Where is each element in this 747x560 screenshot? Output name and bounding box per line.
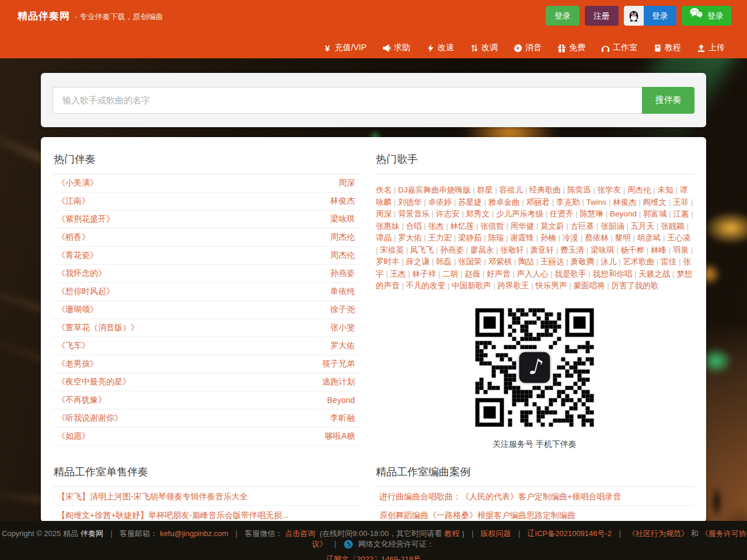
singer-link[interactable]: 胡彦斌: [637, 233, 661, 242]
song-artist-link[interactable]: 孙燕姿: [330, 268, 355, 279]
singer-link[interactable]: 谢霆锋: [511, 233, 535, 242]
song-title-link[interactable]: 《听我说谢谢你》: [57, 413, 123, 424]
singer-link[interactable]: 佚名: [376, 186, 392, 194]
nav-upload[interactable]: 上传: [697, 43, 725, 53]
song-title-link[interactable]: 《青花瓷》: [57, 250, 98, 261]
singer-link[interactable]: 王心凌: [667, 233, 691, 242]
song-title-link[interactable]: 《稻香》: [57, 232, 90, 243]
register-button[interactable]: 注册: [585, 6, 619, 26]
login-button[interactable]: 登录: [546, 6, 580, 26]
singer-link[interactable]: 经典歌曲: [529, 186, 561, 194]
singer-link[interactable]: 雅卓金曲: [488, 198, 520, 206]
singer-link[interactable]: 梁静茹: [458, 233, 482, 242]
nav-free[interactable]: 免费: [557, 43, 585, 53]
tutorial-link[interactable]: 教程: [444, 529, 459, 538]
song-artist-link[interactable]: 罗大佑: [330, 341, 355, 351]
singer-link[interactable]: 容祖儿: [500, 186, 523, 194]
culture-license-number-link[interactable]: 辽网文〔2022〕1469-218号: [326, 555, 421, 560]
singer-link[interactable]: 林子祥: [413, 270, 437, 278]
singer-link[interactable]: 我是歌手: [555, 270, 587, 278]
song-artist-link[interactable]: 筷子兄弟: [322, 359, 355, 369]
copyright-issue-link[interactable]: 版权问题: [481, 529, 511, 538]
singer-link[interactable]: 罗时丰: [376, 257, 400, 266]
singer-link[interactable]: 五月天: [631, 222, 655, 230]
singer-link[interactable]: 郑秀文: [466, 209, 490, 218]
singer-link[interactable]: 张惠妹: [376, 222, 400, 230]
song-title-link[interactable]: 《老男孩》: [57, 359, 98, 369]
singer-link[interactable]: 雷佳: [661, 257, 676, 266]
singer-link[interactable]: 杨千桦: [620, 246, 644, 254]
song-artist-link[interactable]: 徐子尧: [330, 304, 355, 315]
singer-link[interactable]: 跨界歌王: [498, 281, 529, 290]
song-artist-link[interactable]: 哆啦A糖: [325, 431, 355, 442]
singer-link[interactable]: 莫文蔚: [540, 222, 564, 230]
song-artist-link[interactable]: Beyond: [327, 396, 355, 405]
singer-link[interactable]: 林俊杰: [613, 198, 637, 206]
singer-link[interactable]: 林峰: [651, 246, 666, 254]
singer-link[interactable]: 苏星婕: [458, 198, 482, 206]
song-title-link[interactable]: 《夜空中最亮的星》: [57, 377, 131, 387]
singer-link[interactable]: 蔡依林: [585, 233, 609, 242]
singer-link[interactable]: 薛之谦: [406, 257, 430, 266]
icp-license-link[interactable]: 辽ICP备2021009146号-2: [528, 529, 612, 538]
wechat-consult-link[interactable]: 点击咨询: [285, 529, 315, 538]
singer-link[interactable]: 未知: [658, 186, 673, 194]
nav-key-change[interactable]: 改调: [470, 43, 498, 53]
qq-login-button[interactable]: 登录: [624, 6, 676, 26]
singer-link[interactable]: 声入人心: [517, 270, 549, 278]
song-title-link[interactable]: 《小美满》: [57, 178, 98, 188]
singer-link[interactable]: 厉害了我的歌: [612, 281, 659, 290]
song-title-link[interactable]: 《如愿》: [57, 431, 90, 442]
singer-link[interactable]: 我想和你唱: [593, 270, 633, 278]
song-title-link[interactable]: 《我怀念的》: [57, 268, 106, 279]
singer-link[interactable]: 林忆莲: [451, 222, 474, 230]
singer-link[interactable]: 张国荣: [458, 257, 482, 266]
singer-link[interactable]: 阎维文: [643, 198, 667, 206]
singer-link[interactable]: 群星: [477, 186, 493, 194]
singer-link[interactable]: 合唱: [406, 222, 422, 230]
singer-link[interactable]: 陈慧琳: [580, 209, 604, 218]
studio-item-link[interactable]: 【阎维文+徐茜+耿婕妤】举杯吧朋友-巅峰音乐会版带伴唱无损...: [57, 510, 289, 520]
singer-link[interactable]: 中国新歌声: [452, 281, 491, 290]
singer-link[interactable]: 张杰: [428, 222, 444, 230]
singer-link[interactable]: 少儿声乐考级: [496, 209, 543, 218]
nav-help[interactable]: 求助: [382, 43, 410, 53]
singer-link[interactable]: 郭富城: [643, 209, 667, 218]
singer-link[interactable]: 凤飞飞: [410, 246, 434, 254]
search-button[interactable]: 搜伴奏: [642, 87, 694, 114]
studio-item-link[interactable]: 进行曲编曲合唱歌曲：《人民的代表》客户定制编曲+领唱合唱录音: [379, 492, 621, 501]
singer-link[interactable]: 陈奕迅: [567, 186, 591, 194]
singer-link[interactable]: 王力宏: [428, 233, 452, 242]
nav-speed-change[interactable]: 改速: [426, 43, 454, 53]
singer-link[interactable]: 孙楠: [540, 233, 556, 242]
song-title-link[interactable]: 《江南》: [57, 196, 90, 206]
singer-link[interactable]: DJ嘉宾舞曲串烧嗨版: [398, 186, 471, 194]
singer-link[interactable]: 周华健: [511, 222, 535, 230]
song-artist-link[interactable]: 张小斐: [330, 323, 355, 333]
song-title-link[interactable]: 《萱草花（消音版）》: [57, 323, 139, 333]
song-title-link[interactable]: 《想你时风起》: [57, 286, 114, 297]
site-logo[interactable]: 精品伴奏网 - 专业伴奏下载，原创编曲: [18, 9, 163, 23]
singer-link[interactable]: 张信哲: [480, 222, 504, 230]
singer-link[interactable]: 冷漠: [563, 233, 578, 242]
singer-link[interactable]: 陶喆: [518, 257, 534, 266]
singer-link[interactable]: 萧亚轩: [530, 246, 554, 254]
singer-link[interactable]: 艺术歌曲: [623, 257, 654, 266]
nav-vocal-removal[interactable]: 消音: [514, 43, 542, 53]
singer-link[interactable]: 刘德华: [398, 198, 422, 206]
singer-link[interactable]: 孙燕姿: [440, 246, 464, 254]
singer-link[interactable]: 黎明: [615, 233, 631, 242]
singer-link[interactable]: 泳儿: [601, 257, 616, 266]
singer-link[interactable]: 萧敬腾: [571, 257, 595, 266]
singer-link[interactable]: 张敬轩: [500, 246, 524, 254]
singer-link[interactable]: 张靓颖: [661, 222, 685, 230]
singer-link[interactable]: 王菲: [673, 198, 689, 206]
singer-link[interactable]: 梁咏琪: [591, 246, 615, 254]
song-artist-link[interactable]: 李昕融: [330, 413, 355, 424]
song-artist-link[interactable]: 梁咏琪: [330, 214, 355, 225]
singer-link[interactable]: 好声音: [487, 270, 511, 278]
singer-link[interactable]: 天籁之战: [638, 270, 670, 278]
nav-tutorials[interactable]: 教程: [653, 43, 681, 53]
song-title-link[interactable]: 《不再犹豫》: [57, 395, 106, 405]
singer-link[interactable]: 韩磊: [436, 257, 452, 266]
